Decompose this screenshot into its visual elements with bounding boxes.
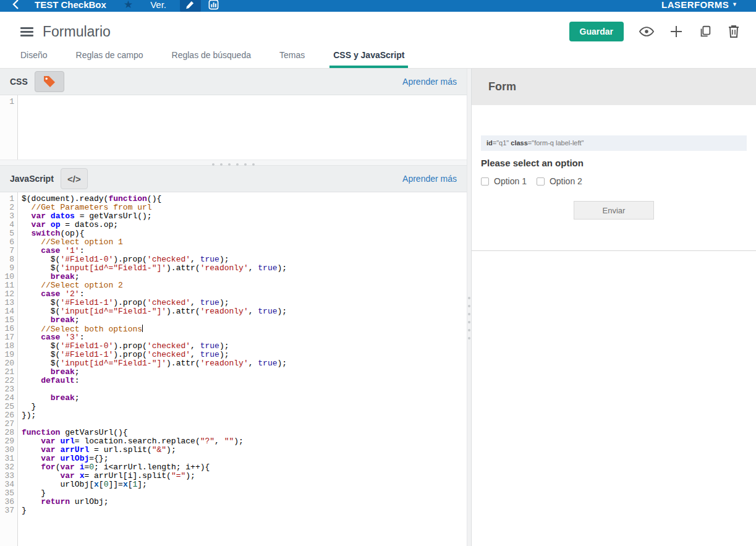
main-content: CSS Aprender más 1 JavaScript [0, 69, 756, 546]
js-learn-more-link[interactable]: Aprender más [402, 174, 457, 184]
brand-logo: LASERFORMS [661, 0, 729, 10]
form-preview-header: Form [472, 69, 756, 105]
chart-icon[interactable] [208, 0, 219, 10]
page-title: Formulario [43, 23, 111, 40]
js-code-button[interactable]: </> [61, 168, 88, 189]
js-editor[interactable]: 1234567891011121314151617181920212223242… [0, 192, 467, 546]
css-code-lines[interactable] [18, 95, 22, 160]
form-preview-title: Form [488, 80, 516, 93]
topbar: TEST CheckBox ★ Ver. LASERFORMS ▼ [0, 0, 756, 12]
css-editor-gutter: 1 [0, 95, 18, 160]
preview-eye-icon[interactable] [639, 26, 654, 37]
form-preview-column: Form id="q1" class="form-q label-left" P… [472, 69, 756, 546]
tab-reglas-de-busqueda[interactable]: Reglas de búsqueda [168, 50, 255, 68]
add-icon[interactable] [669, 25, 683, 38]
back-icon[interactable] [11, 0, 21, 10]
editor-resize-handle[interactable] [0, 160, 467, 166]
checkbox-icon [481, 177, 489, 186]
tab-reglas-de-campo[interactable]: Reglas de campo [72, 50, 147, 68]
js-panel-header: JavaScript </> Aprender más [0, 166, 467, 192]
option-1-checkbox[interactable]: Option 1 [481, 176, 527, 186]
star-icon[interactable]: ★ [124, 0, 133, 10]
editors-column: CSS Aprender más 1 JavaScript [0, 69, 467, 546]
css-tag-button[interactable] [35, 71, 64, 92]
line-number: 1 [0, 98, 17, 106]
attr-id-key: id [486, 139, 493, 147]
attr-class-value: ="form-q label-left" [528, 139, 584, 147]
column-resize-handle[interactable] [467, 69, 472, 546]
css-panel-header: CSS Aprender más [0, 69, 467, 95]
js-panel-title: JavaScript [10, 174, 54, 184]
menu-icon[interactable] [20, 25, 33, 38]
app-root: TEST CheckBox ★ Ver. LASERFORMS ▼ Formul… [0, 0, 756, 546]
tab-bar: Diseño Reglas de campo Reglas de búsqued… [0, 50, 408, 68]
drag-dots-icon [468, 291, 470, 345]
version-label: Ver. [150, 0, 166, 10]
tag-icon [43, 75, 56, 88]
form-preview-body: id="q1" class="form-q label-left" Please… [472, 105, 756, 251]
duplicate-icon[interactable] [699, 25, 712, 38]
submit-button[interactable]: Enviar [574, 201, 654, 220]
tab-css-y-javascript[interactable]: CSS y JavaScript [329, 50, 408, 68]
attr-id-value: ="q1" [493, 139, 511, 147]
form-name: TEST CheckBox [35, 0, 106, 10]
question-label: Please select an option [481, 158, 747, 168]
options-row: Option 1 Option 2 [481, 176, 747, 186]
edit-pencil-button[interactable] [180, 0, 201, 12]
css-editor[interactable]: 1 [0, 95, 467, 160]
css-panel-title: CSS [10, 77, 28, 87]
js-code-lines[interactable]: $(document).ready(function(){ //Get Para… [18, 192, 287, 546]
account-menu[interactable]: LASERFORMS ▼ [661, 0, 737, 10]
option-1-label: Option 1 [494, 176, 527, 186]
js-editor-gutter: 1234567891011121314151617181920212223242… [0, 192, 18, 546]
attr-class-key: class [511, 139, 528, 147]
page-header: Formulario Guardar Diseño Reglas [0, 12, 756, 69]
save-button[interactable]: Guardar [569, 22, 624, 41]
option-2-checkbox[interactable]: Option 2 [537, 176, 582, 186]
option-2-label: Option 2 [550, 176, 582, 186]
delete-trash-icon[interactable] [728, 25, 740, 38]
chevron-down-icon: ▼ [732, 1, 737, 7]
css-learn-more-link[interactable]: Aprender más [402, 77, 457, 87]
tab-diseno[interactable]: Diseño [17, 50, 51, 68]
checkbox-icon [537, 177, 545, 186]
tab-temas[interactable]: Temas [276, 50, 308, 68]
field-attributes-bar[interactable]: id="q1" class="form-q label-left" [481, 135, 747, 151]
pencil-icon [185, 0, 195, 9]
